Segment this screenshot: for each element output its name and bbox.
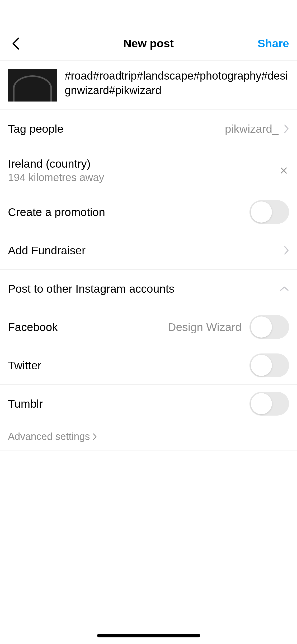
tumblr-row: Tumblr xyxy=(0,385,297,423)
tag-people-label: Tag people xyxy=(8,122,63,135)
promotion-row: Create a promotion xyxy=(0,193,297,231)
other-accounts-label: Post to other Instagram accounts xyxy=(8,282,175,295)
close-icon xyxy=(280,167,288,174)
advanced-settings-label: Advanced settings xyxy=(8,431,90,442)
tumblr-toggle[interactable] xyxy=(249,392,289,416)
tumblr-label: Tumblr xyxy=(8,397,43,410)
promotion-toggle[interactable] xyxy=(249,200,289,224)
fundraiser-label: Add Fundraiser xyxy=(8,244,86,257)
fundraiser-row[interactable]: Add Fundraiser xyxy=(0,231,297,270)
back-button[interactable] xyxy=(8,36,24,52)
caption-section[interactable]: #road#roadtrip#landscape#photography#des… xyxy=(0,61,297,110)
location-row[interactable]: Ireland (country) 194 kilometres away xyxy=(0,148,297,193)
chevron-up-icon xyxy=(280,286,289,291)
home-indicator[interactable] xyxy=(97,634,200,637)
page-title: New post xyxy=(123,37,174,50)
caption-text[interactable]: #road#roadtrip#landscape#photography#des… xyxy=(65,69,289,102)
facebook-toggle[interactable] xyxy=(249,315,289,339)
remove-location-button[interactable] xyxy=(279,165,289,176)
twitter-toggle[interactable] xyxy=(249,353,289,377)
location-name: Ireland (country) xyxy=(8,157,104,170)
facebook-row: Facebook Design Wizard xyxy=(0,308,297,346)
twitter-label: Twitter xyxy=(8,359,41,372)
other-accounts-row[interactable]: Post to other Instagram accounts xyxy=(0,270,297,308)
twitter-row: Twitter xyxy=(0,346,297,385)
post-thumbnail[interactable] xyxy=(8,69,57,102)
chevron-right-icon xyxy=(284,246,289,255)
facebook-label: Facebook xyxy=(8,321,58,334)
facebook-account: Design Wizard xyxy=(168,321,242,334)
tag-people-row[interactable]: Tag people pikwizard_ xyxy=(0,110,297,148)
nav-header: New post Share xyxy=(0,26,297,61)
tag-people-value: pikwizard_ xyxy=(225,122,289,135)
chevron-right-icon xyxy=(93,433,97,440)
share-button[interactable]: Share xyxy=(257,37,289,50)
chevron-left-icon xyxy=(12,37,20,50)
location-distance: 194 kilometres away xyxy=(8,172,104,183)
promotion-label: Create a promotion xyxy=(8,206,105,219)
chevron-right-icon xyxy=(284,124,289,134)
advanced-settings-row[interactable]: Advanced settings xyxy=(0,423,297,450)
status-bar xyxy=(0,0,297,26)
